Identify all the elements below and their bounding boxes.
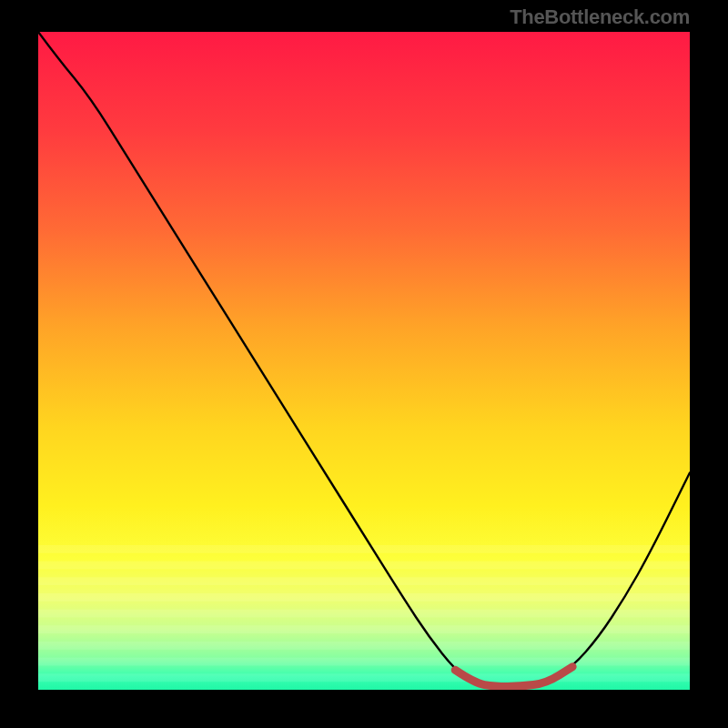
attribution-watermark: TheBottleneck.com xyxy=(510,5,690,29)
bottleneck-curve xyxy=(38,32,690,690)
chart-frame: TheBottleneck.com xyxy=(0,0,728,728)
plot-area xyxy=(38,32,690,690)
